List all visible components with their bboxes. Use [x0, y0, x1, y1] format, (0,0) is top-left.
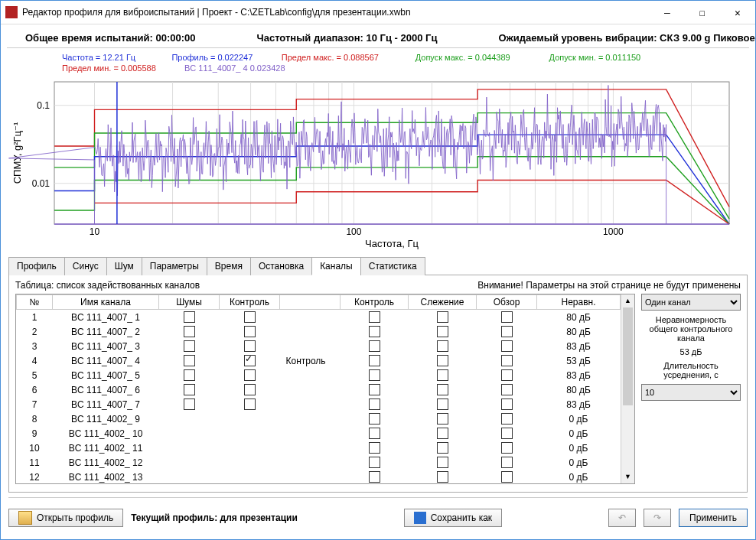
averaging-select[interactable]: 10 — [641, 384, 741, 401]
tab-7[interactable]: Статистика — [360, 257, 425, 275]
checkbox[interactable] — [501, 471, 513, 483]
tab-5[interactable]: Остановка — [250, 257, 312, 275]
tab-3[interactable]: Параметры — [142, 257, 207, 275]
checkbox[interactable] — [501, 428, 513, 439]
checkbox[interactable] — [369, 311, 380, 323]
redo-button[interactable]: ↷ — [644, 509, 671, 527]
checkbox[interactable] — [437, 471, 448, 483]
minimize-button[interactable]: — — [650, 1, 685, 24]
svg-text:СПМУ, g²Гц⁻¹: СПМУ, g²Гц⁻¹ — [11, 122, 23, 184]
tab-4[interactable]: Время — [207, 257, 251, 275]
maximize-button[interactable]: ☐ — [685, 1, 720, 24]
checkbox[interactable] — [244, 340, 256, 352]
tab-6[interactable]: Каналы — [311, 257, 361, 275]
checkbox[interactable] — [369, 471, 380, 483]
vertical-scrollbar[interactable]: ▲ ▼ — [621, 294, 634, 483]
checkbox[interactable] — [501, 340, 513, 352]
checkbox[interactable] — [184, 384, 195, 395]
checkbox[interactable] — [501, 457, 513, 468]
checkbox[interactable] — [369, 457, 380, 468]
table-row[interactable]: 2BC 111_4007_ 280 дБ — [17, 324, 621, 339]
scroll-up-icon[interactable]: ▲ — [621, 294, 634, 307]
checkbox[interactable] — [244, 384, 256, 395]
channels-panel: Таблица: список задействованных каналов … — [8, 275, 748, 493]
checkbox[interactable] — [369, 398, 380, 410]
checkbox[interactable] — [184, 398, 195, 410]
table-row[interactable]: 11BC 111_4002_ 120 дБ — [17, 455, 621, 470]
svg-text:Предел макс. = 0.088567: Предел макс. = 0.088567 — [282, 53, 379, 62]
tab-2[interactable]: Шум — [106, 257, 142, 275]
checkbox[interactable] — [501, 413, 513, 425]
table-row[interactable]: 3BC 111_4007_ 383 дБ — [17, 339, 621, 353]
checkbox[interactable] — [501, 398, 513, 410]
side-label-1: Неравномерность общего контрольного кана… — [641, 315, 741, 343]
checkbox[interactable] — [184, 326, 195, 337]
checkbox[interactable] — [437, 355, 448, 366]
table-row[interactable]: 5BC 111_4007_ 583 дБ — [17, 368, 621, 382]
open-profile-button[interactable]: Открыть профиль — [8, 509, 123, 527]
table-row[interactable]: 8BC 111_4002_ 90 дБ — [17, 412, 621, 426]
undo-button[interactable]: ↶ — [608, 509, 636, 527]
table-row[interactable]: 12BC 111_4002_ 130 дБ — [17, 470, 621, 483]
save-as-button[interactable]: Сохранить как — [404, 509, 502, 527]
table-row[interactable]: 10BC 111_4002_ 110 дБ — [17, 441, 621, 455]
checkbox[interactable] — [437, 398, 448, 410]
checkbox[interactable] — [501, 326, 513, 337]
save-icon — [414, 512, 426, 524]
scroll-down-icon[interactable]: ▼ — [621, 470, 634, 483]
svg-text:100: 100 — [346, 226, 361, 237]
checkbox[interactable] — [501, 384, 513, 395]
chart-area: 1010010000.10.01Частота, ГцСПМУ, g²Гц⁻¹Ч… — [8, 51, 748, 250]
checkbox[interactable] — [369, 369, 380, 381]
checkbox[interactable] — [184, 340, 195, 352]
svg-text:1000: 1000 — [603, 226, 624, 237]
checkbox[interactable] — [244, 311, 256, 323]
checkbox[interactable] — [369, 340, 380, 352]
checkbox[interactable] — [244, 355, 256, 366]
table-row[interactable]: 4BC 111_4007_ 4Контроль53 дБ — [17, 353, 621, 368]
channels-grid: №Имя каналаШумыКонтрольКонтрольСлежениеО… — [15, 294, 635, 484]
checkbox[interactable] — [369, 428, 380, 439]
checkbox[interactable] — [437, 442, 448, 454]
checkbox[interactable] — [501, 311, 513, 323]
checkbox[interactable] — [184, 355, 195, 366]
svg-text:Допуск мин. = 0.011150: Допуск мин. = 0.011150 — [549, 53, 641, 62]
current-profile-label: Текущий профиль: для презентации — [131, 512, 298, 523]
tab-1[interactable]: Синус — [64, 257, 107, 275]
checkbox[interactable] — [369, 355, 380, 366]
app-window: Редактор профиля для виброиспытаний | Пр… — [0, 0, 756, 540]
tabstrip: ПрофильСинусШумПараметрыВремяОстановкаКа… — [8, 256, 748, 275]
svg-text:0.1: 0.1 — [37, 100, 50, 111]
checkbox[interactable] — [437, 369, 448, 381]
table-row[interactable]: 9BC 111_4002_ 100 дБ — [17, 426, 621, 441]
checkbox[interactable] — [369, 384, 380, 395]
checkbox[interactable] — [184, 311, 195, 323]
table-row[interactable]: 1BC 111_4007_ 180 дБ — [17, 310, 621, 325]
checkbox[interactable] — [244, 369, 256, 381]
checkbox[interactable] — [437, 457, 448, 468]
checkbox[interactable] — [437, 384, 448, 395]
checkbox[interactable] — [437, 428, 448, 439]
table-row[interactable]: 6BC 111_4007_ 680 дБ — [17, 382, 621, 397]
close-button[interactable]: ✕ — [720, 1, 755, 24]
channel-mode-select[interactable]: Один канал — [641, 294, 741, 311]
checkbox[interactable] — [244, 398, 256, 410]
checkbox[interactable] — [184, 369, 195, 381]
window-title: Редактор профиля для виброиспытаний | Пр… — [22, 7, 650, 18]
checkbox[interactable] — [437, 340, 448, 352]
chart-svg: 1010010000.10.01Частота, ГцСПМУ, g²Гц⁻¹Ч… — [8, 51, 743, 250]
checkbox[interactable] — [369, 326, 380, 337]
checkbox[interactable] — [244, 326, 256, 337]
checkbox[interactable] — [437, 311, 448, 323]
tab-0[interactable]: Профиль — [8, 257, 65, 275]
checkbox[interactable] — [501, 355, 513, 366]
checkbox[interactable] — [369, 442, 380, 454]
checkbox[interactable] — [437, 413, 448, 425]
checkbox[interactable] — [501, 369, 513, 381]
checkbox[interactable] — [501, 442, 513, 454]
table-row[interactable]: 7BC 111_4007_ 783 дБ — [17, 397, 621, 412]
svg-text:Профиль = 0.022247: Профиль = 0.022247 — [171, 53, 253, 62]
apply-button[interactable]: Применить — [679, 509, 748, 527]
checkbox[interactable] — [369, 413, 380, 425]
checkbox[interactable] — [437, 326, 448, 337]
